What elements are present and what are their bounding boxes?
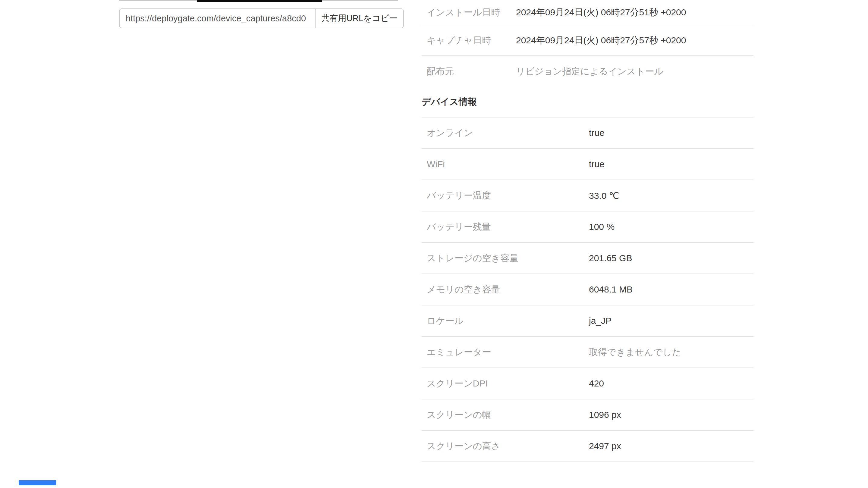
row-value: 取得できませんでした [589, 346, 681, 358]
device-row-battery-temp: バッテリー温度 33.0 ℃ [422, 180, 753, 212]
copy-share-url-button[interactable]: 共有用URLをコピー [315, 9, 403, 28]
device-row-free-storage: ストレージの空き容量 201.65 GB [422, 243, 753, 274]
device-info-section-title: デバイス情報 [422, 87, 753, 118]
row-label: バッテリー温度 [422, 190, 589, 202]
row-label: エミュレーター [422, 346, 589, 358]
capture-info-panel: インストール日時 2024年09月24日(火) 06時27分51秒 +0200 … [422, 0, 753, 462]
info-row-distributor: 配布元 リビジョン指定によるインストール [422, 56, 753, 87]
info-row-captured-at: キャプチャ日時 2024年09月24日(火) 06時27分57秒 +0200 [422, 25, 753, 56]
row-value: 6048.1 MB [589, 284, 632, 295]
share-url-input[interactable] [120, 9, 315, 28]
device-row-screen-width: スクリーンの幅 1096 px [422, 399, 753, 431]
device-row-online: オンライン true [422, 118, 753, 149]
row-value: 1096 px [589, 410, 621, 420]
row-value: true [589, 159, 604, 169]
device-row-free-memory: メモリの空き容量 6048.1 MB [422, 274, 753, 305]
device-capture-page: 共有用URLをコピー インストール日時 2024年09月24日(火) 06時27… [0, 0, 868, 488]
row-label: 配布元 [422, 65, 516, 78]
row-label: インストール日時 [422, 6, 516, 19]
row-label: ストレージの空き容量 [422, 252, 589, 264]
row-label: スクリーンの幅 [422, 409, 589, 421]
row-value: 420 [589, 378, 604, 389]
row-value: 33.0 ℃ [589, 190, 619, 201]
row-label: キャプチャ日時 [422, 34, 516, 47]
row-label: メモリの空き容量 [422, 284, 589, 296]
row-label: オンライン [422, 127, 589, 139]
device-row-emulator: エミュレーター 取得できませんでした [422, 337, 753, 368]
device-row-screen-dpi: スクリーンDPI 420 [422, 368, 753, 399]
row-value: 2024年09月24日(火) 06時27分51秒 +0200 [516, 6, 686, 19]
device-row-screen-height: スクリーンの高さ 2497 px [422, 431, 753, 462]
row-value: 201.65 GB [589, 253, 632, 263]
device-screenshot-bottom-edge [197, 0, 322, 2]
row-label: バッテリー残量 [422, 221, 589, 233]
info-row-installed-at: インストール日時 2024年09月24日(火) 06時27分51秒 +0200 [422, 0, 753, 25]
row-value: リビジョン指定によるインストール [516, 65, 663, 78]
device-row-wifi: WiFi true [422, 149, 753, 180]
device-row-locale: ロケール ja_JP [422, 305, 753, 337]
row-label: ロケール [422, 315, 589, 327]
row-value: true [589, 128, 604, 138]
device-row-battery-level: バッテリー残量 100 % [422, 212, 753, 243]
row-value: ja_JP [589, 316, 612, 326]
row-value: 2497 px [589, 441, 621, 451]
bottom-scrollbar-thumb[interactable] [19, 480, 56, 485]
row-value: 100 % [589, 222, 615, 232]
row-label: スクリーンDPI [422, 378, 589, 390]
row-label: WiFi [422, 159, 589, 169]
row-value: 2024年09月24日(火) 06時27分57秒 +0200 [516, 34, 686, 47]
share-url-group: 共有用URLをコピー [119, 8, 404, 28]
row-label: スクリーンの高さ [422, 440, 589, 452]
